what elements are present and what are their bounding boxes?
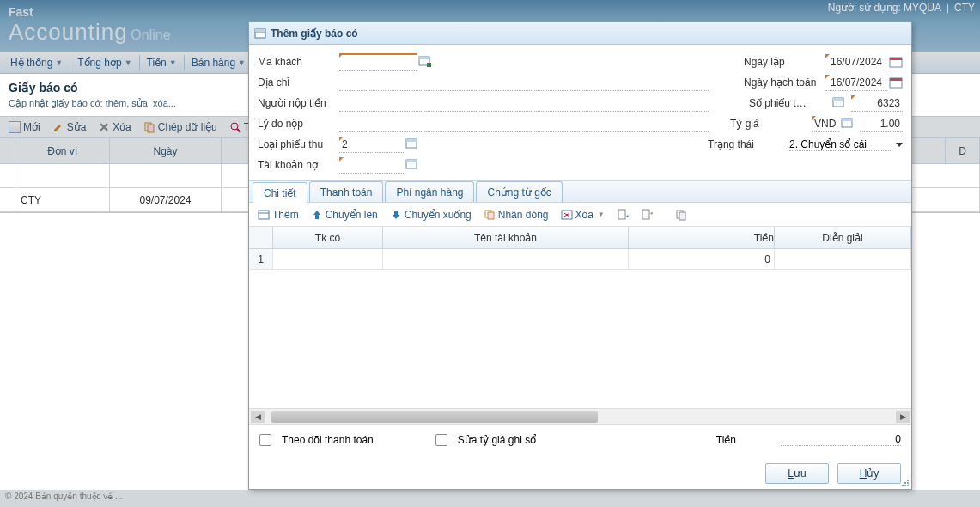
lookup-icon[interactable] — [418, 56, 432, 68]
arrow-down-icon — [390, 209, 402, 221]
lookup-icon[interactable] — [405, 138, 419, 150]
menu-tien[interactable]: Tiền▼ — [140, 53, 184, 72]
lbl-tk-no: Tài khoản nợ — [258, 159, 339, 171]
col-tien[interactable]: Tiền — [629, 227, 775, 248]
chevron-down-icon[interactable] — [896, 143, 903, 147]
chk-sua-tg[interactable] — [435, 434, 447, 446]
tab-chi-tiet[interactable]: Chi tiết — [253, 182, 307, 203]
save-button[interactable]: Lưu — [765, 463, 829, 484]
fld-so-phieu[interactable] — [851, 95, 903, 112]
arrow-up-icon — [311, 209, 323, 221]
svg-rect-8 — [419, 57, 429, 59]
lbl-dia-chi: Địa chỉ — [258, 76, 339, 89]
cell-dien-giai[interactable] — [775, 249, 911, 269]
lbl-so-phieu: Số phiếu t… — [749, 97, 831, 109]
fld-ngay-ht[interactable] — [825, 75, 887, 91]
cell-ten-tk[interactable] — [383, 249, 629, 269]
col-ngay: Ngày — [110, 138, 222, 163]
svg-rect-17 — [842, 119, 852, 121]
button-bar: Lưu Hủy — [249, 455, 911, 489]
copy-doc-icon — [675, 209, 687, 221]
svg-rect-11 — [890, 58, 902, 60]
fld-ly-do[interactable] — [339, 116, 709, 132]
detail-row[interactable]: 1 0 — [249, 249, 911, 270]
lookup-icon[interactable] — [405, 159, 419, 171]
menu-tonghop[interactable]: Tổng hợp▼ — [70, 53, 138, 72]
chk-theo-doi[interactable] — [259, 434, 271, 446]
menu-banhang[interactable]: Bán hàng▼ — [185, 53, 253, 72]
fld-ma-khach[interactable] — [339, 53, 417, 71]
detail-toolbar: Thêm Chuyển lên Chuyển xuống Nhân dòng X… — [249, 203, 911, 227]
svg-line-3 — [237, 129, 240, 132]
app-footer: © 2024 Bản quyền thuộc về ... — [0, 490, 980, 507]
svg-rect-21 — [406, 160, 417, 162]
col-d: D — [946, 138, 980, 163]
form-area: Mã khách Ngày lập Địa chỉ Ngày hạch toán — [249, 45, 911, 180]
fld-ty-gia-val[interactable] — [860, 116, 903, 132]
fld-nguoi-nop[interactable] — [339, 95, 709, 112]
lbl-nguoi-nop: Người nộp tiền — [258, 97, 339, 109]
st-import-down[interactable] — [636, 206, 658, 223]
fld-trang-thai[interactable]: 2. Chuyển sổ cái — [789, 138, 892, 151]
tab-phi-ngan-hang[interactable]: Phí ngân hàng — [385, 181, 474, 202]
tb-chep[interactable]: Chép dữ liệu — [138, 119, 222, 136]
tab-chung-tu-goc[interactable]: Chứng từ gốc — [476, 181, 562, 202]
tb-sua[interactable]: Sửa — [47, 119, 92, 136]
footer-fields: Theo dõi thanh toán Sửa tỷ giá ghi sổ Ti… — [249, 424, 911, 455]
col-tk-co[interactable]: Tk có — [273, 227, 383, 248]
svg-rect-25 — [488, 212, 494, 219]
tab-thanh-toan[interactable]: Thanh toán — [309, 181, 384, 202]
dialog-title: Thêm giấy báo có — [271, 27, 358, 40]
dialog-them-giay-bao-co: Thêm giấy báo có Mã khách Ngày lập Địa c… — [248, 21, 912, 490]
fld-ngay-lap[interactable] — [825, 54, 887, 70]
fld-tk-no[interactable] — [339, 157, 404, 174]
svg-rect-15 — [833, 98, 843, 101]
doc-down-icon — [641, 209, 653, 221]
svg-rect-1 — [148, 125, 154, 132]
col-donvi: Đơn vị — [15, 138, 110, 163]
st-chuyen-xuong[interactable]: Chuyển xuống — [385, 206, 477, 223]
delete-icon — [561, 209, 573, 221]
cell-tien[interactable]: 0 — [629, 249, 775, 269]
lbl-theo-doi: Theo dõi thanh toán — [282, 434, 374, 446]
cell-rownum: 1 — [249, 249, 273, 269]
svg-point-2 — [231, 123, 238, 130]
lookup-icon[interactable] — [841, 118, 855, 130]
scroll-left-icon[interactable]: ◀ — [251, 411, 265, 423]
lbl-trang-thai: Trạng thái — [708, 138, 789, 150]
h-scrollbar[interactable]: ◀ ▶ — [249, 408, 911, 424]
calendar-icon[interactable] — [889, 76, 903, 89]
lbl-tien-total: Tiền — [716, 434, 736, 446]
dialog-titlebar[interactable]: Thêm giấy báo có — [249, 22, 911, 45]
st-import-up[interactable] — [612, 206, 634, 223]
fld-ty-gia-cur[interactable] — [812, 116, 839, 132]
menu-hethong[interactable]: Hệ thống▼ — [3, 53, 70, 72]
user-info: Người sử dụng: MYQUA | CTY — [828, 2, 975, 14]
col-ten-tk[interactable]: Tên tài khoản — [383, 227, 629, 248]
calendar-icon[interactable] — [889, 56, 903, 68]
resize-grip[interactable] — [899, 477, 910, 487]
form-icon — [254, 27, 266, 40]
lbl-loai-phieu: Loại phiếu thu — [258, 138, 339, 150]
st-copy-doc[interactable] — [670, 206, 692, 223]
st-xoa[interactable]: Xóa▼ — [556, 206, 610, 223]
tb-xoa[interactable]: Xóa — [93, 119, 136, 136]
lbl-ma-khach: Mã khách — [258, 56, 339, 68]
svg-rect-27 — [618, 210, 625, 219]
scroll-right-icon[interactable]: ▶ — [896, 411, 910, 423]
cell-tk-co[interactable] — [273, 249, 383, 269]
detail-tabs: Chi tiết Thanh toán Phí ngân hàng Chứng … — [249, 180, 911, 203]
fld-loai-phieu[interactable] — [339, 137, 404, 153]
col-dien-giai[interactable]: Diễn giải — [775, 227, 911, 248]
col-rownum — [249, 227, 273, 248]
doc-up-icon — [617, 209, 629, 221]
app-logo: Fast Accounting Online — [9, 5, 171, 46]
st-nhan-dong[interactable]: Nhân dòng — [478, 206, 554, 223]
scroll-thumb[interactable] — [271, 411, 598, 423]
st-chuyen-len[interactable]: Chuyển lên — [306, 206, 383, 223]
st-them[interactable]: Thêm — [253, 206, 304, 223]
lookup-icon[interactable] — [832, 97, 846, 109]
cancel-button[interactable]: Hủy — [837, 463, 901, 484]
fld-dia-chi[interactable] — [339, 75, 709, 91]
tb-moi[interactable]: Mới — [3, 119, 46, 136]
